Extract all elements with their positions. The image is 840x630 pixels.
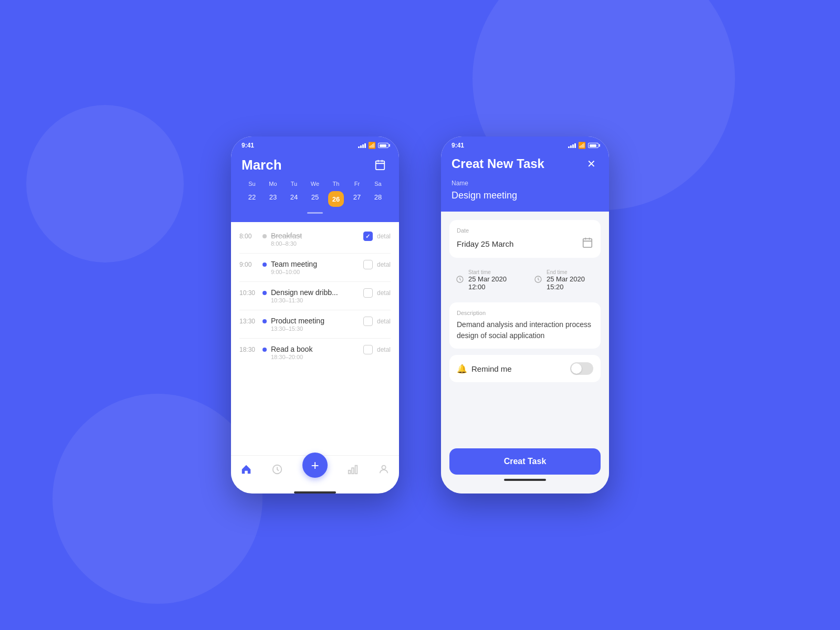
schedule-time-team: 9:00 (239, 261, 258, 268)
schedule-sub-team: 9:00–10:00 (271, 269, 359, 275)
time-cards: Start time 25 Mar 2020 12:00 End time 25… (449, 264, 601, 296)
detal-breakfast[interactable]: detal (377, 233, 391, 240)
date-card: Date Friday 25 March (449, 220, 601, 258)
status-time-1: 9:41 (242, 142, 254, 149)
phone-create-task: 9:41 📶 Creat New Task ✕ Name Design meet… (441, 136, 609, 494)
home-svg (240, 464, 252, 475)
calendar-icon-button[interactable] (372, 156, 388, 173)
clock-svg-start (456, 275, 464, 284)
schedule-item-product[interactable]: 13:30 Product meeting 13:30–15:30 detal (231, 312, 399, 336)
remind-card: 🔔 Remind me (449, 355, 601, 382)
calendar-icon (374, 159, 386, 171)
date-23[interactable]: 23 (262, 191, 284, 207)
schedule-dot-breakfast (262, 234, 267, 238)
schedule-actions-design: detal (363, 288, 391, 298)
date-27[interactable]: 27 (346, 191, 368, 207)
schedule-time-design: 10:30 (239, 289, 258, 297)
day-fr: Fr (346, 181, 368, 187)
date-calendar-icon[interactable] (582, 237, 593, 250)
remind-left: 🔔 Remind me (457, 364, 512, 374)
schedule-item-team-meeting[interactable]: 9:00 Team meeting 9:00–10:00 detal (231, 256, 399, 279)
wifi-icon-2: 📶 (578, 142, 586, 149)
wifi-icon: 📶 (368, 142, 376, 149)
calendar-indicator (242, 212, 388, 214)
name-label: Name (452, 180, 598, 187)
schedule-time-breakfast: 8:00 (239, 233, 258, 240)
checkbox-book[interactable] (363, 345, 373, 354)
schedule-content-breakfast: Breakfast 8:00–8:30 (271, 232, 359, 247)
date-24[interactable]: 24 (284, 191, 304, 207)
battery-icon-2 (588, 143, 598, 148)
status-icons-2: 📶 (568, 142, 598, 149)
description-label: Description (457, 310, 593, 316)
schedule-item-breakfast[interactable]: 8:00 Breakfast 8:00–8:30 detal (231, 227, 399, 251)
status-bar-2: 9:41 📶 (441, 136, 609, 152)
date-25[interactable]: 25 (304, 191, 326, 207)
nav-home[interactable] (240, 464, 252, 475)
home-icon (240, 464, 252, 475)
status-icons-1: 📶 (358, 142, 388, 149)
status-time-2: 9:41 (452, 142, 464, 149)
detal-book[interactable]: detal (377, 346, 391, 353)
schedule-sub-breakfast: 8:00–8:30 (271, 240, 359, 247)
signal-icon (358, 143, 366, 148)
schedule-actions-breakfast: detal (363, 232, 391, 241)
schedule-actions-team: detal (363, 260, 391, 269)
schedule-sub-book: 18:30–20:00 (271, 354, 359, 360)
schedule-list: 8:00 Breakfast 8:00–8:30 detal 9:00 Team… (231, 222, 399, 455)
day-mo: Mo (262, 181, 284, 187)
remind-toggle[interactable] (570, 362, 593, 375)
detal-team[interactable]: detal (377, 261, 391, 268)
date-28[interactable]: 28 (368, 191, 388, 207)
checkbox-team[interactable] (363, 260, 373, 269)
create-task-title: Creat New Task (452, 156, 544, 171)
description-card: Description Demand analysis and interact… (449, 302, 601, 349)
date-label: Date (457, 227, 593, 234)
nav-user[interactable] (378, 464, 390, 475)
nav-chart[interactable] (347, 464, 359, 475)
schedule-title-product: Product meeting (271, 317, 359, 325)
month-title: March (242, 157, 282, 173)
date-22[interactable]: 22 (242, 191, 262, 207)
detal-product[interactable]: detal (377, 318, 391, 325)
schedule-title-breakfast: Breakfast (271, 232, 359, 240)
checkbox-breakfast[interactable] (363, 232, 373, 241)
bell-icon: 🔔 (457, 364, 467, 374)
signal-icon-2 (568, 143, 576, 148)
date-value: Friday 25 March (457, 239, 513, 248)
svg-rect-9 (583, 239, 592, 248)
checkbox-design[interactable] (363, 288, 373, 298)
bottom-nav: + (231, 455, 399, 488)
schedule-sub-design: 10:30–11:30 (271, 297, 359, 303)
schedule-item-design[interactable]: 10:30 Densign new dribb... 10:30–11:30 d… (231, 284, 399, 308)
chart-icon (347, 464, 359, 475)
name-value: Design meeting (452, 190, 598, 201)
create-task-body: Date Friday 25 March (441, 212, 609, 442)
nav-clock[interactable] (271, 464, 283, 475)
phone2-footer: Creat Task (441, 442, 609, 494)
start-time-info: Start time 25 Mar 2020 12:00 (468, 269, 516, 291)
create-task-button[interactable]: Creat Task (449, 448, 601, 475)
status-bar-1: 9:41 📶 (231, 136, 399, 152)
week-header: Su Mo Tu We Th Fr Sa (242, 181, 388, 187)
calendar-header: March Su Mo Tu We Th Fr Sa (231, 152, 399, 222)
date-26-active[interactable]: 26 (328, 191, 344, 207)
phones-container: 9:41 📶 March (231, 136, 609, 494)
home-bar-1 (294, 491, 336, 494)
end-time-info: End time 25 Mar 2020 15:20 (547, 269, 594, 291)
checkbox-product[interactable] (363, 317, 373, 326)
chart-svg (347, 464, 359, 475)
start-clock-icon (456, 275, 464, 285)
svg-rect-6 (352, 468, 354, 474)
schedule-dot-team (262, 262, 267, 267)
schedule-content-product: Product meeting 13:30–15:30 (271, 317, 359, 332)
start-time-card[interactable]: Start time 25 Mar 2020 12:00 (449, 264, 522, 296)
close-button[interactable]: ✕ (584, 156, 598, 171)
schedule-title-book: Read a book (271, 345, 359, 353)
schedule-sub-product: 13:30–15:30 (271, 326, 359, 332)
detal-design[interactable]: detal (377, 289, 391, 297)
schedule-item-book[interactable]: 18:30 Read a book 18:30–20:00 detal (231, 341, 399, 364)
end-time-card[interactable]: End time 25 Mar 2020 15:20 (528, 264, 601, 296)
fab-add-button[interactable]: + (302, 453, 328, 478)
week-dates: 22 23 24 25 26 27 28 (242, 191, 388, 207)
